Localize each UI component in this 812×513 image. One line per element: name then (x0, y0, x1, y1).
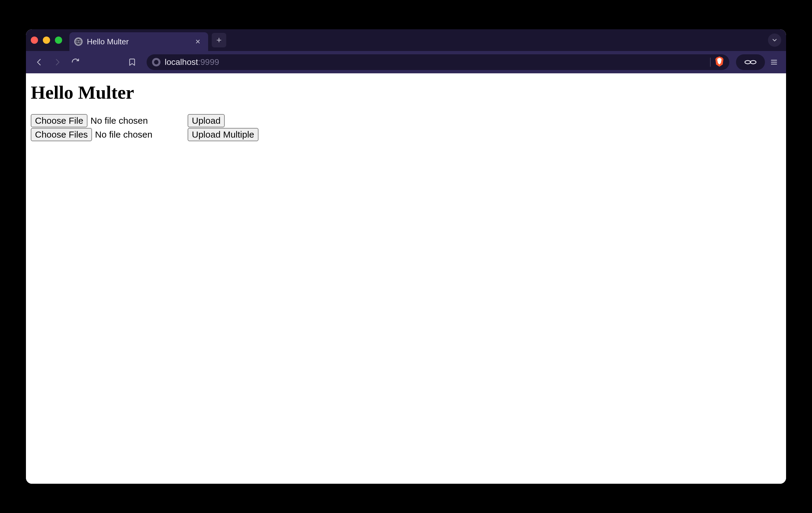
reload-button[interactable] (67, 54, 83, 70)
file-status-text: No file chosen (90, 116, 148, 126)
svg-point-5 (751, 61, 756, 64)
choose-file-button[interactable]: Choose File (31, 114, 87, 127)
tabs-dropdown-button[interactable] (768, 33, 781, 47)
window-close-button[interactable] (31, 36, 38, 44)
browser-tab[interactable]: Hello Multer × (69, 32, 208, 51)
file-status-text: No file chosen (95, 130, 152, 140)
not-secure-icon (152, 58, 161, 66)
window-maximize-button[interactable] (55, 36, 62, 44)
choose-files-button[interactable]: Choose Files (31, 128, 92, 141)
address-divider (710, 58, 710, 67)
new-tab-button[interactable]: + (212, 33, 226, 47)
brave-shields-icon[interactable] (715, 56, 724, 68)
bookmark-button[interactable] (124, 54, 140, 70)
tor-private-button[interactable] (736, 54, 765, 70)
forward-button[interactable] (50, 54, 65, 70)
url-text: localhost:9999 (165, 57, 706, 67)
browser-toolbar: localhost:9999 (26, 51, 786, 73)
url-port: :9999 (198, 57, 219, 67)
file-input-single[interactable]: Choose File No file chosen (31, 114, 187, 127)
upload-button[interactable]: Upload (187, 114, 225, 127)
upload-form-single: Choose File No file chosen Upload (31, 114, 781, 127)
upload-form-multiple: Choose Files No file chosen Upload Multi… (31, 128, 781, 141)
page-content: Hello Multer Choose File No file chosen … (26, 73, 786, 484)
file-input-multiple[interactable]: Choose Files No file chosen (31, 128, 187, 141)
page-heading: Hello Multer (31, 82, 781, 103)
svg-rect-2 (156, 61, 156, 63)
svg-point-4 (745, 61, 751, 64)
window-minimize-button[interactable] (43, 36, 50, 44)
close-icon[interactable]: × (194, 37, 202, 46)
upload-multiple-button[interactable]: Upload Multiple (187, 128, 259, 141)
globe-icon (74, 37, 83, 46)
hamburger-menu-button[interactable] (767, 56, 781, 69)
svg-rect-3 (156, 63, 156, 64)
url-host: localhost (165, 57, 198, 67)
svg-rect-6 (750, 62, 751, 63)
tab-title: Hello Multer (87, 37, 190, 47)
address-bar[interactable]: localhost:9999 (147, 54, 729, 70)
window-controls (31, 36, 62, 44)
tab-bar: Hello Multer × + (26, 29, 786, 51)
back-button[interactable] (31, 54, 47, 70)
browser-window: Hello Multer × + (26, 29, 786, 484)
